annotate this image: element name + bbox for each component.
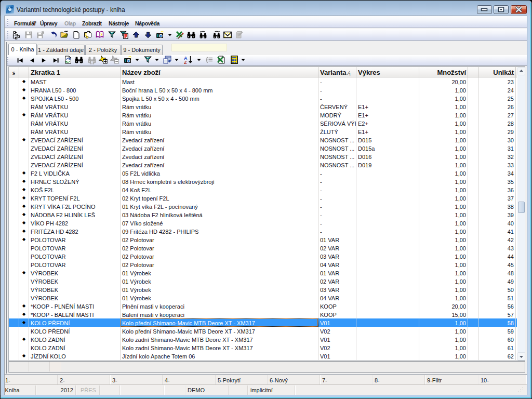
- svg-text:Z: Z: [184, 60, 187, 64]
